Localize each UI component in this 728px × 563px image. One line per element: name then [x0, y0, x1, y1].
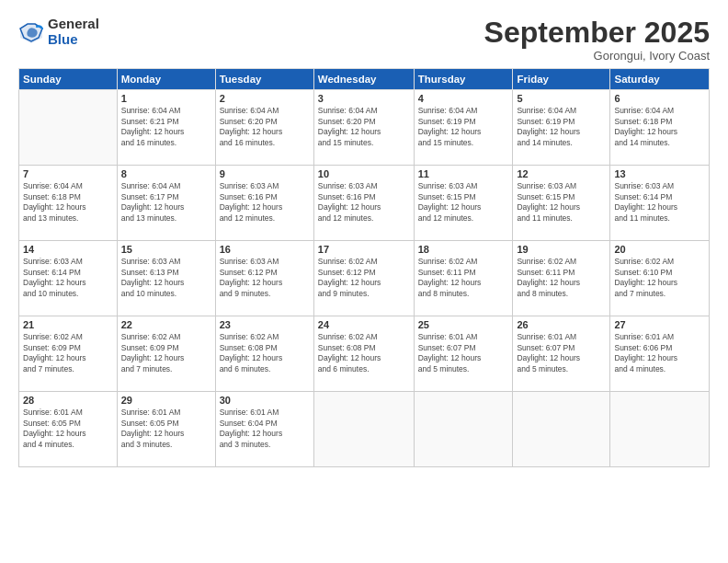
calendar-table: Sunday Monday Tuesday Wednesday Thursday… — [18, 68, 710, 467]
day-info: Sunrise: 6:02 AM Sunset: 6:11 PM Dayligh… — [418, 257, 509, 299]
logo-general-text: General — [48, 17, 99, 32]
day-number: 10 — [318, 168, 410, 179]
calendar-cell: 2Sunrise: 6:04 AM Sunset: 6:20 PM Daylig… — [215, 90, 313, 166]
day-number: 22 — [121, 319, 211, 330]
title-block: September 2025 Gorongui, Ivory Coast — [484, 17, 710, 63]
calendar-cell: 3Sunrise: 6:04 AM Sunset: 6:20 PM Daylig… — [313, 90, 414, 166]
calendar-cell: 1Sunrise: 6:04 AM Sunset: 6:21 PM Daylig… — [117, 90, 215, 166]
calendar-cell: 28Sunrise: 6:01 AM Sunset: 6:05 PM Dayli… — [19, 392, 118, 467]
day-number: 19 — [517, 244, 606, 255]
calendar-cell: 20Sunrise: 6:02 AM Sunset: 6:10 PM Dayli… — [610, 241, 710, 316]
location-subtitle: Gorongui, Ivory Coast — [484, 49, 710, 63]
day-info: Sunrise: 6:01 AM Sunset: 6:07 PM Dayligh… — [418, 332, 509, 374]
header: General Blue September 2025 Gorongui, Iv… — [18, 17, 710, 63]
calendar-cell — [513, 392, 610, 467]
calendar-cell: 29Sunrise: 6:01 AM Sunset: 6:05 PM Dayli… — [117, 392, 215, 467]
header-wednesday: Wednesday — [313, 69, 414, 90]
calendar-cell: 13Sunrise: 6:03 AM Sunset: 6:14 PM Dayli… — [610, 166, 710, 241]
calendar-cell: 10Sunrise: 6:03 AM Sunset: 6:16 PM Dayli… — [313, 166, 414, 241]
day-number: 1 — [121, 93, 211, 104]
day-number: 6 — [614, 93, 705, 104]
calendar-cell: 23Sunrise: 6:02 AM Sunset: 6:08 PM Dayli… — [215, 316, 313, 392]
day-info: Sunrise: 6:01 AM Sunset: 6:06 PM Dayligh… — [614, 332, 705, 374]
day-number: 2 — [220, 93, 310, 104]
calendar-cell: 7Sunrise: 6:04 AM Sunset: 6:18 PM Daylig… — [19, 166, 118, 241]
calendar-cell — [414, 392, 513, 467]
day-info: Sunrise: 6:03 AM Sunset: 6:12 PM Dayligh… — [220, 257, 310, 299]
day-info: Sunrise: 6:04 AM Sunset: 6:19 PM Dayligh… — [517, 106, 606, 148]
day-info: Sunrise: 6:02 AM Sunset: 6:08 PM Dayligh… — [318, 332, 410, 374]
calendar-cell: 11Sunrise: 6:03 AM Sunset: 6:15 PM Dayli… — [414, 166, 513, 241]
calendar-cell: 15Sunrise: 6:03 AM Sunset: 6:13 PM Dayli… — [117, 241, 215, 316]
calendar-cell: 16Sunrise: 6:03 AM Sunset: 6:12 PM Dayli… — [215, 241, 313, 316]
calendar-cell: 22Sunrise: 6:02 AM Sunset: 6:09 PM Dayli… — [117, 316, 215, 392]
header-friday: Friday — [513, 69, 610, 90]
day-number: 24 — [318, 319, 410, 330]
day-info: Sunrise: 6:03 AM Sunset: 6:15 PM Dayligh… — [418, 181, 509, 224]
day-info: Sunrise: 6:02 AM Sunset: 6:11 PM Dayligh… — [517, 257, 606, 299]
day-info: Sunrise: 6:02 AM Sunset: 6:10 PM Dayligh… — [614, 257, 705, 299]
logo-icon — [18, 19, 44, 45]
month-title: September 2025 — [484, 17, 710, 49]
day-number: 29 — [121, 395, 211, 406]
calendar-cell: 18Sunrise: 6:02 AM Sunset: 6:11 PM Dayli… — [414, 241, 513, 316]
day-info: Sunrise: 6:02 AM Sunset: 6:08 PM Dayligh… — [220, 332, 310, 374]
calendar-cell: 8Sunrise: 6:04 AM Sunset: 6:17 PM Daylig… — [117, 166, 215, 241]
day-number: 17 — [318, 244, 410, 255]
calendar-cell: 14Sunrise: 6:03 AM Sunset: 6:14 PM Dayli… — [19, 241, 118, 316]
day-number: 4 — [418, 93, 509, 104]
day-number: 14 — [23, 244, 113, 255]
day-number: 12 — [517, 168, 606, 179]
calendar-cell: 26Sunrise: 6:01 AM Sunset: 6:07 PM Dayli… — [513, 316, 610, 392]
header-thursday: Thursday — [414, 69, 513, 90]
day-number: 3 — [318, 93, 410, 104]
day-info: Sunrise: 6:04 AM Sunset: 6:17 PM Dayligh… — [121, 181, 211, 224]
day-number: 26 — [517, 319, 606, 330]
calendar-cell — [19, 90, 118, 166]
day-info: Sunrise: 6:03 AM Sunset: 6:15 PM Dayligh… — [517, 181, 606, 224]
day-info: Sunrise: 6:03 AM Sunset: 6:14 PM Dayligh… — [23, 257, 113, 299]
day-number: 9 — [220, 168, 310, 179]
day-info: Sunrise: 6:01 AM Sunset: 6:07 PM Dayligh… — [517, 332, 606, 374]
calendar-cell: 21Sunrise: 6:02 AM Sunset: 6:09 PM Dayli… — [19, 316, 118, 392]
day-number: 8 — [121, 168, 211, 179]
day-number: 23 — [220, 319, 310, 330]
calendar-cell: 19Sunrise: 6:02 AM Sunset: 6:11 PM Dayli… — [513, 241, 610, 316]
day-info: Sunrise: 6:02 AM Sunset: 6:09 PM Dayligh… — [121, 332, 211, 374]
calendar-cell: 6Sunrise: 6:04 AM Sunset: 6:18 PM Daylig… — [610, 90, 710, 166]
day-info: Sunrise: 6:04 AM Sunset: 6:20 PM Dayligh… — [318, 106, 410, 148]
calendar-cell — [313, 392, 414, 467]
calendar-cell: 27Sunrise: 6:01 AM Sunset: 6:06 PM Dayli… — [610, 316, 710, 392]
day-info: Sunrise: 6:04 AM Sunset: 6:21 PM Dayligh… — [121, 106, 211, 148]
day-info: Sunrise: 6:03 AM Sunset: 6:16 PM Dayligh… — [220, 181, 310, 224]
day-number: 7 — [23, 168, 113, 179]
day-number: 27 — [614, 319, 705, 330]
header-tuesday: Tuesday — [215, 69, 313, 90]
day-info: Sunrise: 6:01 AM Sunset: 6:05 PM Dayligh… — [23, 408, 113, 450]
calendar-week-1: 7Sunrise: 6:04 AM Sunset: 6:18 PM Daylig… — [19, 166, 710, 241]
day-number: 15 — [121, 244, 211, 255]
calendar-cell — [610, 392, 710, 467]
day-number: 18 — [418, 244, 509, 255]
calendar-cell: 9Sunrise: 6:03 AM Sunset: 6:16 PM Daylig… — [215, 166, 313, 241]
logo-blue-text: Blue — [48, 32, 99, 48]
day-info: Sunrise: 6:01 AM Sunset: 6:05 PM Dayligh… — [121, 408, 211, 450]
logo-text: General Blue — [48, 17, 99, 47]
day-number: 13 — [614, 168, 705, 179]
day-number: 5 — [517, 93, 606, 104]
calendar-cell: 4Sunrise: 6:04 AM Sunset: 6:19 PM Daylig… — [414, 90, 513, 166]
day-number: 16 — [220, 244, 310, 255]
calendar-cell: 5Sunrise: 6:04 AM Sunset: 6:19 PM Daylig… — [513, 90, 610, 166]
calendar-week-3: 21Sunrise: 6:02 AM Sunset: 6:09 PM Dayli… — [19, 316, 710, 392]
page: General Blue September 2025 Gorongui, Iv… — [0, 0, 728, 563]
calendar-cell: 17Sunrise: 6:02 AM Sunset: 6:12 PM Dayli… — [313, 241, 414, 316]
header-saturday: Saturday — [610, 69, 710, 90]
calendar-cell: 25Sunrise: 6:01 AM Sunset: 6:07 PM Dayli… — [414, 316, 513, 392]
calendar-cell: 30Sunrise: 6:01 AM Sunset: 6:04 PM Dayli… — [215, 392, 313, 467]
day-info: Sunrise: 6:02 AM Sunset: 6:09 PM Dayligh… — [23, 332, 113, 374]
header-sunday: Sunday — [19, 69, 118, 90]
day-number: 28 — [23, 395, 113, 406]
day-info: Sunrise: 6:04 AM Sunset: 6:18 PM Dayligh… — [23, 181, 113, 224]
header-monday: Monday — [117, 69, 215, 90]
day-number: 11 — [418, 168, 509, 179]
